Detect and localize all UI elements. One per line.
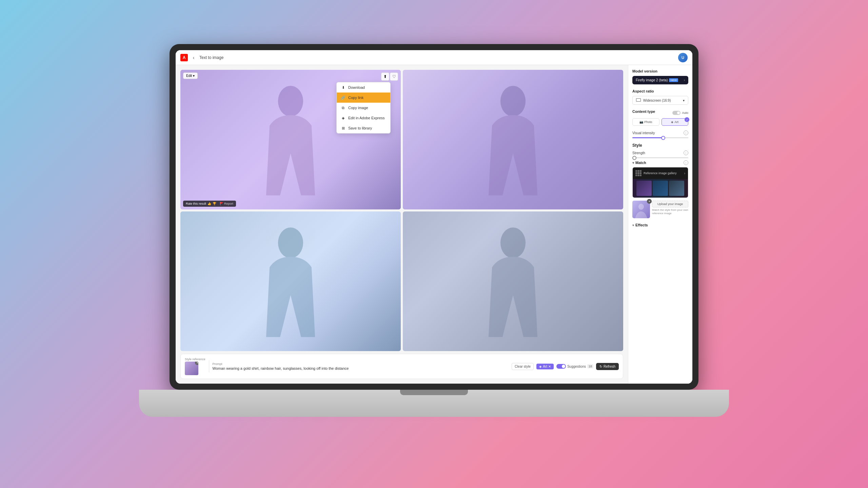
menu-item-save-library[interactable]: ⊞ Save to library bbox=[337, 123, 390, 133]
upload-section: ✕ Upload your image Match the styl bbox=[632, 201, 688, 218]
style-ref-label: Style reference bbox=[185, 358, 205, 361]
bottom-toolbar: Style reference ✕ Prompt Woman wearing a… bbox=[180, 354, 623, 379]
auto-label: Auto bbox=[682, 111, 688, 115]
slider-thumb[interactable] bbox=[661, 136, 665, 140]
favorite-button[interactable]: ♡ bbox=[390, 73, 398, 81]
match-info-icon[interactable]: i bbox=[684, 160, 688, 165]
upload-thumbnail: ✕ bbox=[632, 201, 650, 218]
library-icon: ⊞ bbox=[341, 126, 346, 130]
gallery-grid-icon bbox=[635, 170, 642, 176]
upload-remove-button[interactable]: ✕ bbox=[647, 199, 652, 204]
gallery-thumb-2 bbox=[653, 181, 668, 196]
report-icon: 🚩 bbox=[220, 202, 223, 205]
toolbar-right: Clear style ◈ Art ✕ bbox=[512, 363, 619, 370]
menu-download-label: Download bbox=[348, 85, 365, 89]
strength-info-icon[interactable]: i bbox=[684, 150, 688, 155]
strength-slider[interactable] bbox=[632, 157, 688, 158]
avatar[interactable]: U bbox=[678, 53, 688, 62]
menu-item-download[interactable]: ⬇ Download bbox=[337, 82, 390, 93]
gallery-thumb-3 bbox=[669, 181, 684, 196]
suggestions-switch[interactable] bbox=[556, 364, 566, 369]
image-cell-2 bbox=[403, 70, 623, 209]
menu-edit-express-label: Edit in Adobe Express bbox=[348, 116, 385, 120]
gallery-card-header: Reference image gallery › bbox=[633, 167, 688, 179]
laptop-base bbox=[139, 390, 729, 417]
clear-style-button[interactable]: Clear style bbox=[512, 363, 534, 370]
trophy-icon[interactable]: 🏆 bbox=[213, 202, 216, 205]
svg-point-0 bbox=[278, 86, 303, 117]
selected-check-icon: ✓ bbox=[685, 117, 689, 122]
widescreen-icon bbox=[636, 98, 641, 102]
upload-button[interactable]: Upload your image bbox=[652, 201, 688, 207]
chevron-right-icon: › bbox=[684, 78, 685, 82]
thumbs-up-icon[interactable]: 👍 bbox=[208, 202, 211, 205]
adobe-logo-icon: A bbox=[180, 54, 188, 61]
strength-label: Strength bbox=[632, 151, 645, 155]
art-badge-remove-icon[interactable]: ✕ bbox=[548, 365, 551, 368]
style-ref-remove-button[interactable]: ✕ bbox=[195, 362, 198, 365]
back-button[interactable]: ‹ bbox=[191, 55, 197, 61]
strength-header: Strength i bbox=[632, 150, 688, 155]
report-button[interactable]: 🚩 Report bbox=[220, 202, 233, 205]
style-section: Style Strength i bbox=[632, 143, 688, 218]
aspect-ratio-selector[interactable]: Widescreen (16:9) ▾ bbox=[632, 96, 688, 105]
share-button[interactable]: ⬆ bbox=[381, 73, 389, 81]
svg-point-4 bbox=[638, 204, 644, 210]
app-main: Edit ▾ ⬆ ♡ ⬇ Download bbox=[176, 65, 692, 384]
copy-icon: ⧉ bbox=[341, 105, 346, 110]
menu-item-copy-image[interactable]: ⧉ Copy image bbox=[337, 103, 390, 113]
effects-section: ▾ Effects bbox=[632, 223, 688, 227]
content-option-photo[interactable]: 📷 Photo bbox=[632, 118, 659, 126]
content-area: Edit ▾ ⬆ ♡ ⬇ Download bbox=[176, 65, 628, 384]
auto-knob bbox=[677, 111, 680, 114]
rate-label: Rate this result bbox=[186, 202, 206, 205]
menu-item-edit-express[interactable]: ◈ Edit in Adobe Express bbox=[337, 113, 390, 123]
style-section-title: Style bbox=[632, 143, 688, 148]
image-cell-3 bbox=[180, 211, 401, 351]
art-badge[interactable]: ◈ Art ✕ bbox=[536, 364, 554, 369]
upload-info: Upload your image Match the style from y… bbox=[652, 201, 688, 216]
menu-save-library-label: Save to library bbox=[348, 126, 372, 130]
refresh-label: Refresh bbox=[604, 365, 615, 368]
content-type-section: Content type Auto 📷 bbox=[632, 109, 688, 126]
app-header: A ‹ Text to image U bbox=[176, 50, 692, 65]
divider bbox=[209, 360, 209, 372]
strength-thumb[interactable] bbox=[632, 156, 636, 160]
match-label: ▾ Match bbox=[632, 161, 646, 165]
app-container: A ‹ Text to image U bbox=[176, 50, 692, 384]
collapse-icon[interactable]: ▾ bbox=[632, 161, 634, 165]
slider-fill bbox=[632, 137, 663, 138]
photo-icon: 📷 bbox=[639, 120, 643, 124]
edit-label: Edit bbox=[186, 74, 192, 78]
art-icon: ◈ bbox=[671, 120, 673, 124]
rate-bar: Rate this result 👍 🏆 🚩 Report bbox=[183, 201, 236, 207]
photo-label: Photo bbox=[644, 120, 652, 124]
content-type-title: Content type bbox=[632, 109, 655, 114]
laptop-shell: A ‹ Text to image U bbox=[139, 44, 729, 444]
menu-item-copy-link[interactable]: 🔗 Copy link bbox=[337, 93, 390, 103]
content-option-art[interactable]: ✓ ◈ Art bbox=[662, 118, 689, 126]
refresh-button[interactable]: ↻ Refresh bbox=[596, 363, 619, 370]
images-grid: Edit ▾ ⬆ ♡ ⬇ Download bbox=[180, 70, 623, 351]
gallery-thumb-1 bbox=[636, 181, 652, 196]
link-icon: 🔗 bbox=[341, 95, 346, 100]
effects-header[interactable]: ▾ Effects bbox=[632, 223, 688, 227]
upload-description: Match the style from your own reference … bbox=[652, 208, 688, 216]
edit-chevron-icon: ▾ bbox=[193, 74, 195, 78]
match-section: ▾ Match i bbox=[632, 160, 688, 218]
aspect-ratio-value: Widescreen (16:9) bbox=[643, 99, 671, 102]
suggestions-count: 18 bbox=[587, 364, 593, 368]
laptop-notch bbox=[400, 390, 468, 395]
visual-intensity-slider[interactable] bbox=[632, 137, 688, 138]
suggestions-label: Suggestions bbox=[567, 365, 586, 368]
refresh-icon: ↻ bbox=[599, 365, 602, 368]
edit-button[interactable]: Edit ▾ bbox=[183, 73, 198, 79]
prompt-text[interactable]: Woman wearing a gold shirt, rainbow hair… bbox=[213, 366, 508, 370]
report-label: Report bbox=[224, 202, 233, 205]
model-selector[interactable]: Firefly image 2 (beta) NEW › bbox=[632, 76, 688, 84]
reference-gallery-card[interactable]: Reference image gallery › bbox=[632, 167, 688, 198]
art-badge-icon: ◈ bbox=[539, 365, 542, 368]
auto-switch[interactable] bbox=[672, 111, 680, 115]
info-icon[interactable]: i bbox=[684, 130, 688, 135]
effects-collapse-icon: ▾ bbox=[632, 223, 634, 227]
